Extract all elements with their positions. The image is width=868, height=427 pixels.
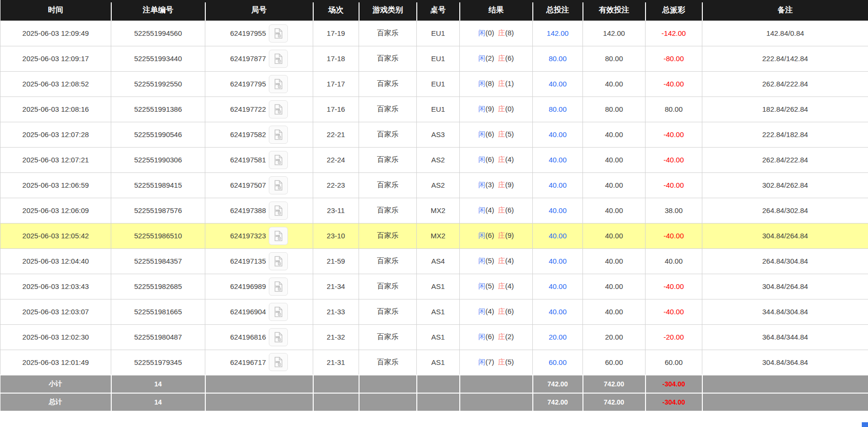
cell-result: 闲(3)庄(9) bbox=[460, 172, 533, 198]
video-replay-button[interactable] bbox=[269, 202, 288, 220]
cell-round-id: 624197955 bbox=[205, 21, 313, 46]
round-id-value: 624196989 bbox=[230, 282, 266, 290]
video-replay-button[interactable] bbox=[269, 328, 288, 346]
result-player-label: 闲 bbox=[478, 29, 486, 37]
cell-result: 闲(9)庄(0) bbox=[460, 96, 533, 122]
cell-game-type: 百家乐 bbox=[359, 21, 417, 46]
scroll-corner-indicator[interactable] bbox=[862, 422, 868, 427]
cell-total-bet: 40.00 bbox=[533, 274, 583, 299]
table-row[interactable]: 2025-06-03 12:07:28 522551990546 6241975… bbox=[0, 122, 868, 147]
result-banker-value: (8) bbox=[505, 29, 514, 37]
cell-empty bbox=[460, 375, 533, 393]
video-replay-button[interactable] bbox=[269, 252, 288, 270]
column-header-result: 结果 bbox=[460, 0, 533, 21]
table-row[interactable]: 2025-06-03 12:06:59 522551989415 6241975… bbox=[0, 172, 868, 198]
video-file-icon bbox=[273, 306, 284, 318]
video-replay-button[interactable] bbox=[269, 126, 288, 144]
video-replay-button[interactable] bbox=[269, 75, 288, 93]
table-row[interactable]: 2025-06-03 12:09:49 522551994560 6241979… bbox=[0, 21, 868, 46]
cell-game-type: 百家乐 bbox=[359, 350, 417, 375]
table-row[interactable]: 2025-06-03 12:03:07 522551981665 6241969… bbox=[0, 299, 868, 324]
result-player-value: (8) bbox=[486, 79, 494, 87]
table-row[interactable]: 2025-06-03 12:08:52 522551992550 6241977… bbox=[0, 71, 868, 96]
table-row[interactable]: 2025-06-03 12:03:43 522551982685 6241969… bbox=[0, 274, 868, 299]
cell-table-id: AS3 bbox=[417, 122, 460, 147]
result-player-label: 闲 bbox=[478, 181, 486, 189]
grandtotal-total-bet: 742.00 bbox=[533, 393, 583, 411]
cell-time: 2025-06-03 12:07:28 bbox=[0, 122, 111, 147]
cell-valid-bet: 80.00 bbox=[583, 96, 646, 122]
cell-total-bet: 80.00 bbox=[533, 46, 583, 71]
video-file-icon bbox=[273, 154, 284, 166]
result-player-label: 闲 bbox=[478, 358, 486, 366]
cell-table-id: EU1 bbox=[417, 21, 460, 46]
result-banker-value: (9) bbox=[505, 181, 514, 189]
result-player-label: 闲 bbox=[478, 130, 486, 138]
result-banker-label: 庄 bbox=[498, 206, 505, 214]
video-replay-button[interactable] bbox=[269, 176, 288, 194]
cell-bet-id: 522551992550 bbox=[111, 71, 205, 96]
cell-valid-bet: 20.00 bbox=[583, 324, 646, 350]
video-replay-button[interactable] bbox=[269, 151, 288, 169]
cell-valid-bet: 80.00 bbox=[583, 46, 646, 71]
result-player-label: 闲 bbox=[478, 231, 486, 239]
table-row[interactable]: 2025-06-03 12:06:09 522551987576 6241973… bbox=[0, 198, 868, 223]
grandtotal-row: 总计 14 742.00 742.00 -304.00 bbox=[0, 393, 868, 411]
result-banker-label: 庄 bbox=[498, 332, 505, 341]
cell-session: 23-10 bbox=[313, 223, 359, 248]
cell-empty bbox=[417, 393, 460, 411]
cell-result: 闲(2)庄(6) bbox=[460, 46, 533, 71]
video-replay-button[interactable] bbox=[269, 227, 288, 245]
cell-session: 22-21 bbox=[313, 122, 359, 147]
video-replay-button[interactable] bbox=[269, 50, 288, 68]
column-header-bet-id: 注单编号 bbox=[111, 0, 205, 21]
table-row[interactable]: 2025-06-03 12:08:16 522551991386 6241977… bbox=[0, 96, 868, 122]
video-replay-button[interactable] bbox=[269, 303, 288, 321]
cell-result: 闲(4)庄(6) bbox=[460, 299, 533, 324]
subtotal-valid-bet: 742.00 bbox=[583, 375, 646, 393]
cell-empty bbox=[460, 393, 533, 411]
result-banker-value: (6) bbox=[505, 307, 514, 315]
table-row[interactable]: 2025-06-03 12:04:40 522551984357 6241971… bbox=[0, 248, 868, 274]
cell-result: 闲(6)庄(5) bbox=[460, 122, 533, 147]
result-banker-value: (5) bbox=[505, 358, 514, 366]
subtotal-count: 14 bbox=[111, 375, 205, 393]
cell-time: 2025-06-03 12:06:09 bbox=[0, 198, 111, 223]
cell-total-payout: -80.00 bbox=[646, 46, 702, 71]
cell-time: 2025-06-03 12:05:42 bbox=[0, 223, 111, 248]
table-row[interactable]: 2025-06-03 12:01:49 522551979345 6241967… bbox=[0, 350, 868, 375]
result-player-label: 闲 bbox=[478, 307, 486, 315]
cell-total-payout: -40.00 bbox=[646, 147, 702, 172]
cell-remark: 364.84/344.84 bbox=[702, 324, 868, 350]
subtotal-row: 小计 14 742.00 742.00 -304.00 bbox=[0, 375, 868, 393]
table-row[interactable]: 2025-06-03 12:05:42 522551986510 6241973… bbox=[0, 223, 868, 248]
cell-remark: 182.84/262.84 bbox=[702, 96, 868, 122]
table-row[interactable]: 2025-06-03 12:02:30 522551980487 6241968… bbox=[0, 324, 868, 350]
cell-round-id: 624197507 bbox=[205, 172, 313, 198]
cell-valid-bet: 40.00 bbox=[583, 223, 646, 248]
round-id-value: 624196904 bbox=[230, 308, 266, 316]
cell-round-id: 624197135 bbox=[205, 248, 313, 274]
cell-total-bet: 142.00 bbox=[533, 21, 583, 46]
cell-time: 2025-06-03 12:03:07 bbox=[0, 299, 111, 324]
video-replay-button[interactable] bbox=[269, 100, 288, 118]
cell-table-id: AS1 bbox=[417, 324, 460, 350]
table-row[interactable]: 2025-06-03 12:07:21 522551990306 6241975… bbox=[0, 147, 868, 172]
table-row[interactable]: 2025-06-03 12:09:17 522551993440 6241978… bbox=[0, 46, 868, 71]
bet-records-table: 时间 注单编号 局号 场次 游戏类别 桌号 结果 总投注 有效投注 总派彩 备注… bbox=[0, 0, 868, 412]
cell-remark: 262.84/222.84 bbox=[702, 71, 868, 96]
cell-game-type: 百家乐 bbox=[359, 122, 417, 147]
result-banker-label: 庄 bbox=[498, 155, 505, 163]
video-replay-button[interactable] bbox=[269, 24, 288, 43]
cell-total-payout: 40.00 bbox=[646, 248, 702, 274]
result-banker-label: 庄 bbox=[498, 307, 505, 315]
grandtotal-count: 14 bbox=[111, 393, 205, 411]
cell-session: 21-59 bbox=[313, 248, 359, 274]
video-replay-button[interactable] bbox=[269, 278, 288, 296]
cell-total-bet: 40.00 bbox=[533, 198, 583, 223]
cell-table-id: AS1 bbox=[417, 274, 460, 299]
cell-result: 闲(8)庄(1) bbox=[460, 71, 533, 96]
video-replay-button[interactable] bbox=[269, 353, 288, 371]
result-banker-label: 庄 bbox=[498, 29, 505, 37]
cell-total-payout: -40.00 bbox=[646, 274, 702, 299]
